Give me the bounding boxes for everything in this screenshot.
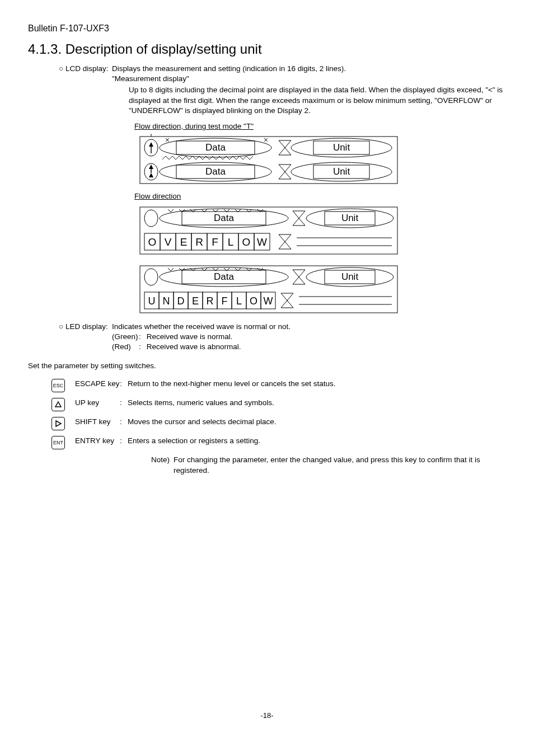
lcd-line2: "Measurement display" [112,74,506,84]
ent-key-icon: ENT [51,436,65,449]
lcd-block-3: Data Unit U N D [134,263,431,316]
svg-marker-2 [149,142,153,147]
note-text: For changing the parameter, enter the ch… [174,455,506,475]
led-green-label: (Green) [112,332,139,342]
svg-text:R: R [195,236,203,248]
svg-text:Unit: Unit [341,271,359,282]
svg-text:O: O [242,236,251,248]
up-key-name: UP key [75,398,120,408]
svg-marker-98 [56,421,61,426]
svg-text:E: E [192,295,199,307]
svg-marker-97 [55,402,61,407]
svg-text:W: W [257,236,267,248]
note-label: Note) [151,455,174,475]
svg-text:D: D [177,295,185,307]
svg-text:E: E [180,236,188,248]
shift-key-icon [51,417,65,430]
svg-text:L: L [228,236,234,248]
svg-text:Unit: Unit [333,166,350,177]
lcd-body: Up to 8 digits including the decimal poi… [129,85,506,116]
svg-marker-17 [149,173,153,177]
esc-key-name: ESCAPE key [75,379,120,389]
svg-text:Unit: Unit [341,213,359,223]
led-line1: Indicates whether the received wave is n… [112,322,291,332]
led-green-desc: Received wave is normal. [147,332,233,341]
page-number: -18- [28,711,506,721]
svg-text:O: O [148,236,157,248]
ent-key-name: ENTRY key [75,436,120,446]
led-red-desc: Received wave is abnormal. [147,342,241,351]
svg-text:R: R [207,295,214,307]
lcd-diagram: Flow direction, during test mode "T" Dat… [134,121,506,316]
svg-text:Data: Data [205,166,226,177]
svg-text:Data: Data [205,142,226,153]
flow-direction-test-label: Flow direction, during test mode "T" [134,121,254,132]
led-red-label: (Red) [112,342,139,352]
svg-point-64 [144,269,158,285]
flow-direction-label: Flow direction [134,191,181,201]
svg-text:O: O [250,295,257,307]
svg-point-32 [144,210,158,227]
bulletin-header: Bulletin F-107-UXF3 [28,22,506,35]
svg-text:L: L [236,295,242,307]
up-key-icon [51,398,65,411]
svg-text:F: F [212,236,218,248]
set-parameter-text: Set the parameter by setting switches. [28,361,506,371]
svg-text:V: V [165,236,172,248]
svg-text:W: W [264,295,273,307]
section-title: 4.1.3. Description of display/setting un… [28,40,506,58]
lcd-bullet: ○ LCD display: [59,64,112,74]
lcd-block-1: Data Unit [134,134,431,187]
up-key-desc: Selects items, numeric values and symbol… [128,398,506,408]
svg-text:Unit: Unit [333,142,350,153]
esc-key-icon: ESC [51,379,65,392]
svg-text:Data: Data [214,213,234,223]
esc-key-desc: Return to the next-higher menu level or … [128,379,506,389]
ent-key-desc: Enters a selection or registers a settin… [128,436,506,446]
lcd-line1: Displays the measurement and setting (in… [112,64,346,74]
lcd-block-2: Data Unit [134,204,431,257]
svg-marker-19 [149,165,153,169]
shift-key-name: SHIFT key [75,417,120,427]
shift-key-desc: Moves the cursor and selects decimal pla… [128,417,506,427]
svg-text:U: U [148,295,156,307]
svg-text:F: F [222,295,228,307]
led-bullet: ○ LED display: [59,322,112,332]
svg-text:Data: Data [214,271,234,282]
svg-text:N: N [163,295,170,307]
